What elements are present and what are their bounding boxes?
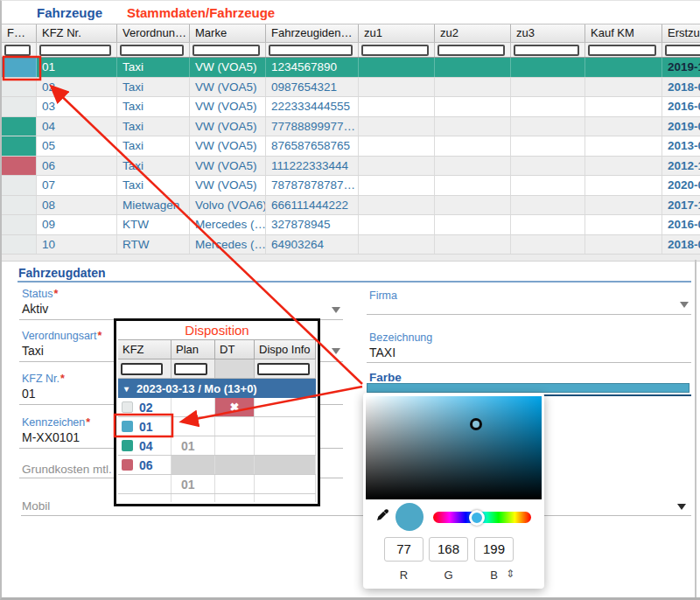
table-cell: 2020-0: [662, 176, 700, 195]
kfz-nr-field[interactable]: 01: [22, 387, 36, 401]
table-cell: 77788899977…: [266, 117, 359, 136]
table-row[interactable]: 03TaxiVW (VOA5)2223334445552016-0: [2, 97, 700, 117]
verordnungsart-field[interactable]: Taxi: [22, 344, 44, 358]
status-dropdown-icon[interactable]: [332, 307, 340, 313]
table-cell: 03: [37, 97, 117, 116]
dispo-row[interactable]: 01: [118, 417, 316, 436]
column-header[interactable]: zu2: [435, 24, 511, 42]
dispo-kfz-number: 02: [139, 401, 153, 415]
green-value-input[interactable]: 168: [429, 537, 468, 562]
table-cell: 08: [37, 196, 117, 215]
table-row[interactable]: 10RTWMercedes (…649032642018-0: [2, 235, 700, 255]
column-header[interactable]: F…: [2, 24, 37, 42]
table-row[interactable]: 01TaxiVW (VOA5)12345678902019-1: [2, 58, 700, 78]
vehicle-color-square: [122, 440, 133, 451]
firma-dropdown-icon[interactable]: [680, 302, 689, 308]
column-filter-input[interactable]: [269, 45, 353, 56]
column-filter-input[interactable]: [4, 45, 31, 56]
dispo-group-label: 2023-03-13 / Mo (13+0): [136, 382, 257, 395]
vehicle-table-header: F…KFZ Nr.Verordnun…MarkeFahrzeugiden…zu1…: [2, 24, 700, 43]
mobil-dropdown-icon[interactable]: [677, 504, 686, 510]
column-header[interactable]: KFZ Nr.: [37, 24, 117, 42]
status-field[interactable]: Aktiv: [22, 302, 48, 316]
table-row[interactable]: 09KTWMercedes (…3278789452016-0: [2, 215, 700, 235]
dispo-column-header[interactable]: DT: [215, 340, 255, 359]
title-bar: Fahrzeuge Stammdaten/Fahrzeuge: [2, 4, 700, 23]
dispo-column-header[interactable]: KFZ: [118, 340, 172, 359]
kennzeichen-field[interactable]: M-XX0101: [22, 430, 80, 444]
dispo-plan-cell: [172, 398, 215, 416]
table-row[interactable]: 08MietwagenVolvo (VOA6)6661114442222017-…: [2, 196, 700, 216]
column-header[interactable]: Fahrzeugiden…: [266, 24, 359, 42]
column-filter-input[interactable]: [39, 45, 111, 56]
blue-value-input[interactable]: 199: [474, 537, 514, 562]
dispo-row[interactable]: [118, 494, 316, 502]
table-cell: [435, 58, 511, 77]
dispo-info-cell: [255, 436, 316, 455]
table-row[interactable]: 04TaxiVW (VOA5)77788899977…2019-0: [2, 117, 700, 137]
dispo-filter-info-input[interactable]: [257, 363, 310, 375]
column-filter-input[interactable]: [120, 45, 184, 56]
column-header[interactable]: Marke: [190, 24, 266, 42]
table-cell: [585, 215, 662, 234]
dispo-row[interactable]: 02✖: [118, 398, 316, 417]
filter-cell: [190, 43, 266, 57]
table-row[interactable]: 07TaxiVW (VOA5)78787878787…2020-0: [2, 176, 700, 196]
dispo-plan-number: 01: [181, 478, 195, 492]
dispo-row[interactable]: 01: [118, 475, 316, 494]
table-cell: 1234567890: [266, 58, 359, 77]
table-cell: Taxi: [117, 176, 190, 195]
collapse-caret-icon[interactable]: ▾: [124, 384, 129, 394]
column-filter-input[interactable]: [588, 45, 656, 56]
saturation-value-area[interactable]: [366, 396, 542, 499]
breadcrumb: Stammdaten/Fahrzeuge: [127, 5, 275, 20]
dispo-filter-kfz-input[interactable]: [121, 363, 163, 375]
dispo-filter-plan-input[interactable]: [174, 363, 207, 375]
column-filter-input[interactable]: [361, 45, 429, 56]
column-filter-input[interactable]: [192, 45, 260, 56]
rgb-mode-spinner[interactable]: ⇕: [506, 568, 514, 580]
eyedropper-icon[interactable]: [375, 508, 389, 526]
dispo-filter-info-cell: [255, 359, 316, 378]
table-cell: [511, 176, 585, 195]
dispo-cancel-cell[interactable]: ✖: [215, 398, 255, 416]
dispo-group-row[interactable]: ▾ 2023-03-13 / Mo (13+0): [118, 379, 316, 398]
vehicle-color-square: [122, 459, 133, 471]
table-cell: 876587658765: [266, 136, 359, 156]
farbe-swatch[interactable]: [367, 383, 690, 393]
column-header[interactable]: Kauf KM: [585, 24, 662, 42]
row-color-cell: [2, 58, 37, 77]
table-cell: 2012-1: [662, 157, 700, 176]
dispo-row[interactable]: 0401: [118, 436, 316, 456]
column-filter-input[interactable]: [665, 45, 700, 56]
column-header[interactable]: Verordnun…: [117, 24, 190, 42]
horizontal-scrollbar[interactable]: [2, 255, 700, 262]
color-cursor[interactable]: [470, 418, 482, 430]
bezeichnung-field[interactable]: TAXI: [369, 345, 396, 359]
hue-slider-handle[interactable]: [469, 510, 485, 526]
disposition-filter-row: [118, 359, 316, 379]
dispo-row[interactable]: 06: [118, 456, 316, 475]
column-filter-input[interactable]: [514, 45, 579, 56]
dispo-kfz-cell: [118, 494, 172, 502]
verordnungsart-dropdown-icon[interactable]: [332, 348, 340, 354]
disposition-table: KFZPlanDTDispo Info ▾ 2023-03-13 / Mo (1…: [118, 339, 316, 502]
table-cell: [359, 235, 435, 255]
column-header[interactable]: zu1: [359, 24, 435, 42]
table-cell: [511, 157, 585, 176]
table-row[interactable]: 05TaxiVW (VOA5)8765876587652013-0: [2, 136, 700, 157]
red-value-input[interactable]: 77: [384, 537, 424, 562]
table-row[interactable]: 06TaxiVW (VOA5)1112223334442012-1: [2, 157, 700, 177]
table-row[interactable]: 02TaxiVW (VOA5)09876543212018-0: [2, 78, 700, 98]
dispo-column-header[interactable]: Plan: [172, 340, 215, 359]
column-header[interactable]: Erstzul: [662, 24, 700, 42]
table-cell: [511, 136, 585, 156]
table-cell: VW (VOA5): [190, 117, 266, 136]
dispo-column-header[interactable]: Dispo Info: [255, 340, 316, 359]
column-filter-input[interactable]: [438, 45, 505, 56]
row-color-cell: [2, 117, 37, 136]
table-cell: [359, 136, 435, 156]
table-cell: [435, 157, 511, 176]
column-header[interactable]: zu3: [511, 24, 585, 42]
table-cell: Taxi: [117, 58, 190, 77]
